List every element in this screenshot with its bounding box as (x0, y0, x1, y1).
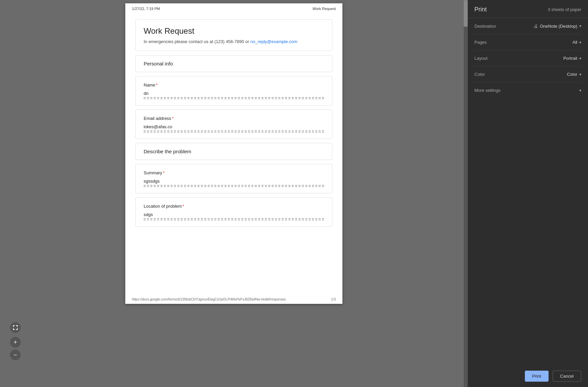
more-settings-row[interactable]: More settings ▾ (474, 82, 581, 98)
page-sheet: 1/27/22, 7:19 PM Work Request Work Reque… (125, 3, 342, 304)
destination-row: Destination 🖨 OneNote (Desktop) ▾ (474, 18, 581, 34)
page-header-date: 1/27/22, 7:19 PM (132, 7, 160, 11)
print-button[interactable]: Print (525, 371, 549, 382)
destination-value-wrapper[interactable]: 🖨 OneNote (Desktop) ▾ (504, 23, 581, 29)
scroll-track[interactable] (464, 0, 468, 387)
print-settings: Destination 🖨 OneNote (Desktop) ▾ Pages … (468, 18, 588, 365)
section-describe-problem-title: Describe the problem (144, 149, 324, 154)
field-name: Name* dn (135, 76, 332, 106)
zoom-in-button[interactable]: + (10, 337, 21, 348)
page-wrapper: 1/27/22, 7:19 PM Work Request Work Reque… (125, 0, 342, 311)
field-summary-label: Summary* (144, 170, 324, 175)
section-personal-info-title: Personal info (144, 61, 324, 66)
printer-icon: 🖨 (533, 23, 538, 29)
zoom-controls: + − (10, 322, 21, 360)
subtitle-text: In emergencies please contact us at (123… (144, 39, 249, 44)
form-title-section: Work Request In emergencies please conta… (135, 19, 332, 51)
zoom-out-button[interactable]: − (10, 350, 21, 360)
field-location: Location of problem* sdgs (135, 197, 332, 227)
preview-area: 1/27/22, 7:19 PM Work Request Work Reque… (0, 0, 468, 387)
page-content: Work Request In emergencies please conta… (125, 13, 342, 241)
pages-dropdown-arrow: ▾ (579, 40, 581, 45)
color-row: Color Color ▾ (474, 66, 581, 82)
form-subtitle: In emergencies please contact us at (123… (144, 39, 324, 44)
page-footer-url: https://docs.google.com/forms/d/13NtzbCb… (132, 298, 286, 301)
color-dropdown-arrow: ▾ (579, 72, 581, 77)
page-header-title: Work Request (313, 7, 336, 11)
field-email: Email address* lokes@afas.co (135, 110, 332, 139)
field-email-value: lokes@afas.co (144, 124, 324, 131)
pages-value-wrapper[interactable]: All ▾ (504, 40, 581, 45)
field-email-label: Email address* (144, 116, 324, 121)
destination-label: Destination (474, 24, 504, 29)
form-title: Work Request (144, 26, 324, 36)
page-header: 1/27/22, 7:19 PM Work Request (125, 3, 342, 13)
layout-value-wrapper[interactable]: Portrait ▾ (504, 56, 581, 61)
cancel-button[interactable]: Cancel (553, 371, 581, 382)
fullscreen-button[interactable] (10, 322, 21, 333)
print-panel-footer: Print Cancel (468, 365, 588, 387)
field-name-value: dn (144, 91, 324, 98)
scroll-thumb[interactable] (464, 0, 468, 27)
more-settings-label: More settings (474, 88, 500, 93)
sheets-info: 3 sheets of paper (548, 7, 581, 12)
layout-value: Portrait (563, 56, 577, 61)
field-name-underline (144, 99, 324, 99)
subtitle-link[interactable]: no_reply@example.com (250, 39, 297, 44)
print-panel-header: Print 3 sheets of paper (468, 0, 588, 18)
field-summary-underline (144, 186, 324, 187)
page-footer: https://docs.google.com/forms/d/13NtzbCb… (125, 295, 342, 304)
zoom-out-icon: − (14, 352, 17, 358)
pages-row: Pages All ▾ (474, 34, 581, 50)
fullscreen-icon (13, 325, 18, 330)
color-value: Color (567, 72, 577, 77)
layout-dropdown-arrow: ▾ (579, 56, 581, 61)
destination-value: OneNote (Desktop) (540, 24, 577, 29)
color-value-wrapper[interactable]: Color ▾ (504, 72, 581, 77)
color-label: Color (474, 72, 504, 77)
more-settings-arrow: ▾ (579, 88, 581, 93)
pages-label: Pages (474, 40, 504, 45)
pages-value: All (573, 40, 577, 45)
field-location-label: Location of problem* (144, 204, 324, 209)
destination-dropdown-arrow: ▾ (579, 24, 581, 28)
section-personal-info: Personal info (135, 55, 332, 72)
field-name-label: Name* (144, 82, 324, 87)
field-summary: Summary* sgssdgs (135, 164, 332, 193)
section-describe-problem: Describe the problem (135, 143, 332, 160)
field-email-underline (144, 132, 324, 133)
print-title: Print (474, 6, 487, 13)
layout-row: Layout Portrait ▾ (474, 50, 581, 66)
print-panel: Print 3 sheets of paper Destination 🖨 On… (468, 0, 588, 387)
zoom-in-icon: + (14, 339, 17, 345)
page-footer-pagenum: 1/3 (331, 298, 336, 301)
layout-label: Layout (474, 56, 504, 61)
field-summary-value: sgssdgs (144, 179, 324, 186)
field-location-underline (144, 220, 324, 220)
field-location-value: sdgs (144, 212, 324, 219)
